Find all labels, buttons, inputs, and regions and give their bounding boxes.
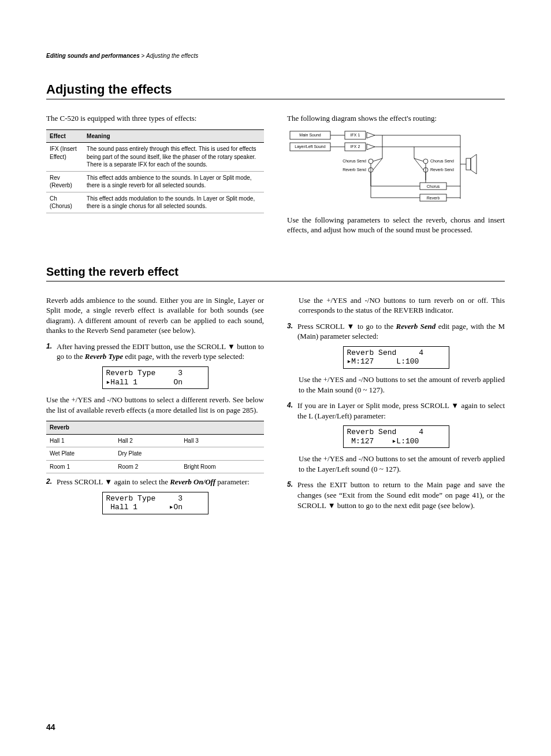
intro-left: The C-520 is equipped with three types o… <box>46 113 264 124</box>
step-2: 2. Press SCROLL ▼ again to select the Re… <box>46 477 264 487</box>
effects-cell: IFX (Insert Effect) <box>46 143 83 172</box>
heading-adjusting-effects: Adjusting the effects <box>46 81 505 100</box>
step-1: 1. After having pressed the EDIT button,… <box>46 342 264 362</box>
breadcrumb: Editing sounds and performances > Adjust… <box>46 52 505 60</box>
page-number: 44 <box>46 722 55 733</box>
lcd-reverb-type-2: Reverb Type 3 Hall 1 ▸On <box>102 492 209 514</box>
breadcrumb-sub: Adjusting the effects <box>146 53 198 59</box>
effects-th-effect: Effect <box>46 129 83 143</box>
reverb-cell: Room 2 <box>114 460 180 473</box>
after-lcd4: Use the +/YES and -/NO buttons to set th… <box>299 454 505 474</box>
step2-text-a: Press SCROLL <box>57 477 105 486</box>
reverb-cell: Room 1 <box>46 460 114 473</box>
down-arrow-icon: ▼ <box>328 501 336 510</box>
diagram-chorus-box: Chorus <box>427 184 440 188</box>
step-4: 4. If you are in Layer or Split mode, pr… <box>287 401 505 421</box>
step-number: 2. <box>46 477 52 487</box>
step1-text-d: edit page, with the reverb type selected… <box>123 352 244 361</box>
down-arrow-icon: ▼ <box>228 342 235 351</box>
step-number: 1. <box>46 342 52 362</box>
step2-text-b: again to select the <box>112 477 170 486</box>
diagram-chorus-send-r: Chorus Send <box>430 159 454 163</box>
effects-cell: Ch (Chorus) <box>46 192 83 213</box>
step-number: 3. <box>287 321 293 342</box>
effects-cell: This effect adds ambience to the sounds.… <box>83 171 264 192</box>
lcd-reverb-type-1: Reverb Type 3 ▸Hall 1 On <box>102 366 209 389</box>
reverb-cell: Hall 3 <box>180 434 264 447</box>
reverb-cell: Hall 1 <box>46 434 114 447</box>
diagram-reverb-box: Reverb <box>427 196 440 200</box>
effects-table: Effect Meaning IFX (Insert Effect) The s… <box>46 129 264 213</box>
down-arrow-icon: ▼ <box>451 401 459 410</box>
reverb-cell: Wet Plate <box>46 447 114 461</box>
svg-line-20 <box>414 158 423 170</box>
reverb-cell <box>180 447 264 461</box>
diagram-reverb-send-l: Reverb Send <box>342 168 366 172</box>
svg-marker-5 <box>367 144 375 150</box>
after-lcd3: Use the +/YES and -/NO buttons to set th… <box>299 375 505 395</box>
intro-right: The following diagram shows the effect's… <box>287 113 505 124</box>
step1-text-a: After having pressed the EDIT button, us… <box>57 342 228 351</box>
diagram-reverb-send-r: Reverb Send <box>430 168 454 172</box>
step-5: 5. Press the EXIT button to return to th… <box>287 480 505 510</box>
step3-text-b: to go to the <box>355 322 396 331</box>
after-lcd1: Use the +/YES and -/NO buttons to select… <box>46 395 264 415</box>
step2-bold: Reverb On/Off <box>170 477 215 486</box>
after-diagram: Use the following parameters to select t… <box>287 215 505 235</box>
diagram-layer-sound: Layer/Left Sound <box>295 144 325 149</box>
step-3: 3. Press SCROLL ▼ to go to the Reverb Se… <box>287 321 505 342</box>
step3-text-a: Press SCROLL <box>297 322 347 331</box>
effects-th-meaning: Meaning <box>83 129 264 143</box>
breadcrumb-section: Editing sounds and performances <box>46 53 140 59</box>
effects-cell: The sound pass entirely through this eff… <box>83 143 264 172</box>
effects-cell: Rev (Reverb) <box>46 171 83 192</box>
breadcrumb-sep: > <box>141 53 146 59</box>
down-arrow-icon: ▼ <box>347 322 355 331</box>
svg-point-11 <box>368 159 373 164</box>
diagram-main-sound: Main Sound <box>299 133 321 137</box>
svg-rect-31 <box>466 158 471 170</box>
reverb-intro: Reverb adds ambience to the sound. Eithe… <box>46 295 264 336</box>
reverb-cell: Dry Plate <box>114 447 180 461</box>
svg-line-17 <box>373 158 382 170</box>
reverb-list-table: Reverb Hall 1 Hall 2 Hall 3 Wet Plate Dr… <box>46 421 264 473</box>
step4-text-a: If you are in Layer or Split mode, press… <box>297 401 451 410</box>
step2-text-d: parameter: <box>215 477 250 486</box>
lcd-reverb-send-2: Reverb Send 4 M:127 ▸L:100 <box>343 425 449 448</box>
reverb-cell: Hall 2 <box>114 434 180 447</box>
svg-point-13 <box>423 159 428 164</box>
lcd-reverb-send-1: Reverb Send 4 ▸M:127 L:100 <box>343 346 449 369</box>
down-arrow-icon: ▼ <box>105 477 112 486</box>
diagram-chorus-send-l: Chorus Send <box>342 159 366 163</box>
routing-diagram: .bx{fill:#fff;stroke:#000;stroke-width:0… <box>287 129 505 207</box>
svg-marker-32 <box>471 154 476 174</box>
reverb-cell: Bright Room <box>180 460 264 473</box>
svg-marker-4 <box>367 132 375 138</box>
step5-text-b: button to go to the next edit page (see … <box>336 501 475 510</box>
step3-bold: Reverb Send <box>396 322 436 331</box>
step-number: 5. <box>287 480 293 510</box>
heading-setting-reverb: Setting the reverb effect <box>46 264 505 281</box>
diagram-ifx2: IFX 2 <box>351 144 360 149</box>
diagram-ifx1: IFX 1 <box>351 133 360 137</box>
reverb-list-header: Reverb <box>46 421 264 435</box>
step-number: 4. <box>287 401 293 421</box>
right-p1: Use the +/YES and -/NO buttons to turn r… <box>299 295 505 316</box>
effects-cell: This effect adds modulation to the sound… <box>83 192 264 213</box>
step1-bold: Reverb Type <box>85 352 123 361</box>
